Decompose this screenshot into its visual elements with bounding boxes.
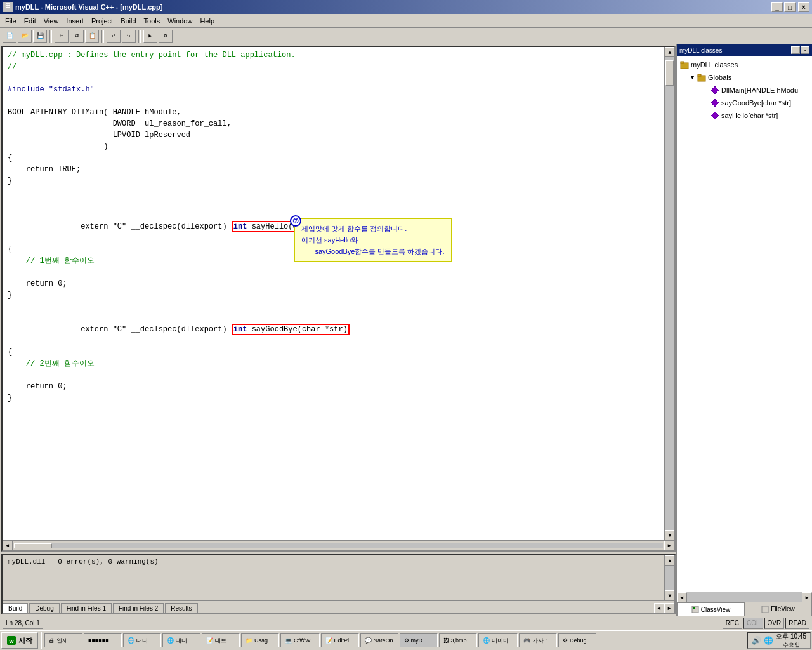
clock: 오후 10:45 수요일: [776, 632, 806, 649]
taskbar-sep1: [41, 632, 42, 649]
taskbar-item-label-4: 데브...: [215, 637, 232, 645]
code-line: {: [8, 152, 659, 164]
class-panel-title: myDLL classes: [679, 47, 722, 54]
taskbar-item-label-10: 3,bmp...: [451, 637, 472, 644]
tab-scroll-right[interactable]: ►: [664, 603, 674, 613]
tree-sayhello[interactable]: sayHello[char *str]: [679, 109, 809, 122]
maximize-button[interactable]: □: [784, 2, 796, 12]
save-button[interactable]: 💾: [33, 30, 47, 43]
debug-button[interactable]: ⚙: [159, 30, 173, 43]
menu-file[interactable]: File: [1, 16, 20, 26]
menu-help[interactable]: Help: [196, 16, 218, 26]
open-button[interactable]: 📂: [18, 30, 32, 43]
window-controls[interactable]: _ □ ×: [771, 2, 809, 12]
taskbar-item-0[interactable]: 🖨 인제...: [44, 633, 82, 647]
redo-button[interactable]: ↪: [122, 30, 136, 43]
taskbar-item-13[interactable]: ⚙ Debug: [558, 633, 596, 647]
hscroll-thumb[interactable]: [14, 543, 52, 548]
status-bar: Ln 28, Col 1 REC COL OVR READ: [0, 616, 812, 630]
hscroll-track[interactable]: [14, 543, 663, 548]
tree-dllmain[interactable]: DllMain[HANDLE hModu: [679, 84, 809, 96]
menu-insert[interactable]: Insert: [62, 16, 88, 26]
new-button[interactable]: 📄: [3, 30, 16, 43]
minimize-button[interactable]: _: [771, 2, 783, 12]
scroll-down-button[interactable]: ▼: [665, 530, 674, 540]
taskbar-item-11[interactable]: 🌐 네이버...: [478, 633, 518, 647]
tree-root[interactable]: myDLL classes: [679, 58, 809, 71]
horizontal-scrollbar[interactable]: ◄ ►: [3, 540, 674, 550]
taskbar-item-10[interactable]: 🖼 3,bmp...: [439, 633, 477, 647]
taskbar-item-icon-8: 💬: [365, 637, 372, 644]
code-line: [8, 301, 659, 312]
class-hscroll-track[interactable]: [687, 592, 802, 602]
taskbar-item-7[interactable]: 📝 EditPl...: [321, 633, 359, 647]
taskbar-item-2[interactable]: 🌐 태터...: [123, 633, 161, 647]
code-line: //: [8, 61, 659, 72]
tab-results[interactable]: Results: [165, 603, 197, 613]
status-ovr: OVR: [764, 618, 785, 629]
start-button[interactable]: W 시작: [1, 632, 38, 649]
copy-button[interactable]: ⧉: [70, 30, 84, 43]
system-tray: 🔊 🌐 오후 10:45 수요일: [747, 632, 811, 649]
taskbar-item-label-12: 가자 :...: [532, 637, 552, 645]
tab-classview[interactable]: ClassView: [677, 602, 745, 616]
panel-minimize[interactable]: _: [791, 46, 800, 54]
read-text: READ: [789, 620, 806, 627]
tree-label-root: myDLL classes: [691, 59, 738, 70]
menu-build[interactable]: Build: [117, 16, 140, 26]
tab-debug[interactable]: Debug: [29, 603, 59, 613]
tree-icon-root: [679, 60, 690, 70]
taskbar-item-3[interactable]: 🌐 태터...: [162, 633, 200, 647]
vertical-scrollbar[interactable]: ▲ ▼: [664, 47, 674, 540]
close-button[interactable]: ×: [798, 2, 809, 12]
scroll-left-button[interactable]: ◄: [3, 541, 13, 551]
cut-button[interactable]: ✂: [55, 30, 69, 43]
toolbar-sep1: [49, 30, 52, 43]
tab-scroll-left[interactable]: ◄: [654, 603, 664, 613]
output-scroll-track[interactable]: [665, 566, 674, 590]
tree-saygoodbye[interactable]: sayGoodBye[char *str]: [679, 96, 809, 109]
output-scroll-up[interactable]: ▲: [665, 555, 674, 566]
svg-text:W: W: [9, 639, 14, 644]
scroll-track[interactable]: [665, 57, 674, 530]
tab-build[interactable]: Build: [3, 603, 28, 613]
scroll-up-button[interactable]: ▲: [665, 47, 674, 57]
class-scroll-left[interactable]: ◄: [677, 592, 687, 602]
taskbar-item-1[interactable]: ■■■■■■: [84, 633, 122, 647]
taskbar-item-icon-4: 📝: [206, 637, 213, 644]
panel-close[interactable]: ×: [801, 46, 809, 54]
clock-day: 수요일: [783, 641, 800, 649]
tab-fileview[interactable]: FileView: [745, 602, 812, 616]
paste-button[interactable]: 📋: [85, 30, 99, 43]
output-vscrollbar[interactable]: ▲ ▼: [664, 555, 674, 600]
taskbar-item-4[interactable]: 📝 데브...: [202, 633, 240, 647]
tree-icon-sayhello: [710, 110, 720, 121]
taskbar-item-12[interactable]: 🎮 가자 :...: [519, 633, 557, 647]
tree-globals[interactable]: ▼ Globals: [679, 71, 809, 84]
menu-view[interactable]: View: [40, 16, 63, 26]
class-panel-hscroll[interactable]: ◄ ►: [677, 592, 812, 602]
tab-find2[interactable]: Find in Files 2: [113, 603, 164, 613]
taskbar-item-8[interactable]: 💬 NateOn: [360, 633, 398, 647]
build-button[interactable]: ▶: [143, 30, 157, 43]
code-line: return 0;: [8, 381, 659, 392]
undo-button[interactable]: ↩: [107, 30, 121, 43]
scroll-right-button[interactable]: ►: [664, 541, 674, 551]
menu-project[interactable]: Project: [88, 16, 117, 26]
code-editor[interactable]: // myDLL.cpp : Defines the entry point f…: [3, 47, 664, 540]
code-line: [8, 72, 659, 84]
clock-time: 오후 10:45: [776, 632, 806, 641]
taskbar-item-6[interactable]: 💻 C:₩W...: [280, 633, 320, 647]
taskbar-item-5[interactable]: 📁 Usag...: [241, 633, 279, 647]
menu-window[interactable]: Window: [164, 16, 196, 26]
taskbar-item-icon-2: 🌐: [128, 637, 134, 644]
taskbar-item-icon-7: 📝: [325, 637, 332, 644]
taskbar-item-9[interactable]: ⚙ myD...: [400, 633, 438, 647]
menu-tools[interactable]: Tools: [140, 16, 164, 26]
class-scroll-right[interactable]: ►: [802, 592, 812, 602]
output-scroll-down[interactable]: ▼: [665, 590, 674, 600]
menu-edit[interactable]: Edit: [20, 16, 40, 26]
scroll-thumb[interactable]: [665, 60, 674, 86]
taskbar-item-label-0: 인제...: [56, 637, 73, 645]
tab-find1[interactable]: Find in Files 1: [61, 603, 112, 613]
